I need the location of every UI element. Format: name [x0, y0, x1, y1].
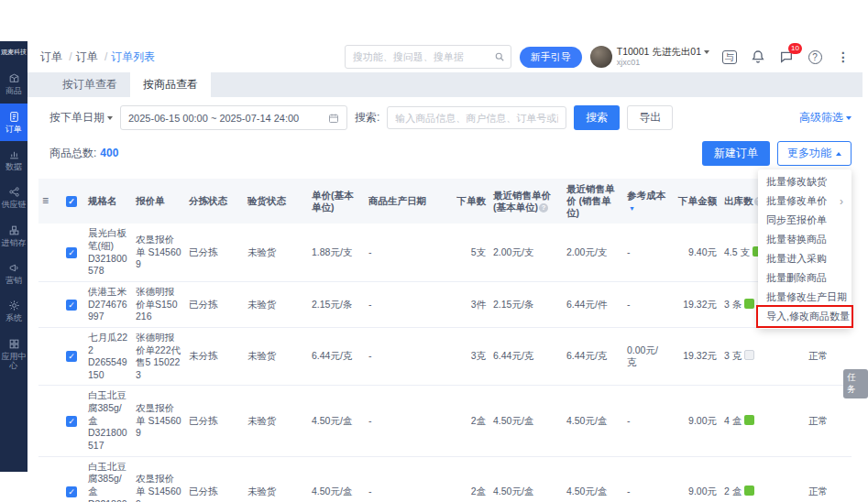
- advanced-filter-link[interactable]: 高级筛选: [799, 110, 852, 126]
- sidebar-item-marketing[interactable]: 营销: [0, 255, 27, 292]
- global-search-input[interactable]: [351, 50, 490, 63]
- sidebar-item-inventory[interactable]: 进销存: [0, 217, 27, 255]
- menu-item[interactable]: 同步至报价单: [758, 211, 852, 230]
- expand-all-header[interactable]: [38, 179, 62, 224]
- cell-prod-date: -: [365, 456, 442, 502]
- sidebar-item-label: 系统: [5, 313, 22, 322]
- cell-prod-date: -: [365, 281, 442, 327]
- cell-checkbox: [62, 327, 84, 386]
- outbound-state-icon[interactable]: [744, 350, 754, 360]
- sidebar-item-label: 进销存: [2, 238, 27, 247]
- user-menu[interactable]: T10001 先进先出01 xjxc01: [590, 46, 709, 68]
- menu-item[interactable]: 批量删除商品: [758, 268, 852, 288]
- order-document-icon: [8, 111, 20, 123]
- more-options-icon[interactable]: [835, 49, 852, 65]
- tab-by-order[interactable]: 按订单查看: [49, 72, 130, 97]
- col-ref-cost: 参考成本: [623, 179, 669, 224]
- cell-prod-date: -: [365, 224, 442, 281]
- filter-search-input[interactable]: [387, 106, 566, 129]
- gear-icon: [8, 300, 20, 311]
- row-checkbox[interactable]: [66, 247, 77, 258]
- select-all-checkbox[interactable]: [66, 196, 77, 207]
- search-button[interactable]: 搜索: [574, 105, 620, 130]
- menu-item[interactable]: 批量进入采购: [758, 249, 852, 268]
- sidebar: 观麦科技 商品 订单 数据 供应链 进销存 营销 系统: [0, 41, 27, 472]
- row-checkbox[interactable]: [66, 486, 77, 497]
- cell-sorting-status: 已分拣: [185, 281, 244, 327]
- date-type-select[interactable]: 按下单日期: [49, 110, 113, 126]
- sidebar-item-orders[interactable]: 订单: [0, 104, 27, 141]
- cell-inspect-status: 未验货: [244, 224, 308, 281]
- col-recent-base-price: 最近销售单价 (基本单位): [489, 179, 563, 224]
- more-functions-button[interactable]: 更多功能: [777, 141, 852, 166]
- inventory-boxes-icon: [8, 224, 20, 236]
- cell-checkbox: [62, 224, 84, 281]
- table-row: 白玉北豆腐385g/盒 D321800517 农垦报价单 S145609 已分拣…: [38, 456, 852, 502]
- topbar-icons: 10: [721, 49, 852, 65]
- sidebar-item-supply-chain[interactable]: 供应链: [0, 179, 27, 216]
- cell-outbound-qty: 4 盒: [720, 386, 785, 456]
- cell-sorting-status: 未分拣: [185, 327, 244, 386]
- row-checkbox[interactable]: [66, 416, 77, 427]
- expand-all-icon[interactable]: [42, 195, 49, 206]
- sidebar-item-system[interactable]: 系统: [0, 292, 27, 330]
- cell-order-qty: 3件: [442, 281, 489, 327]
- column-filter-icon[interactable]: [629, 205, 635, 212]
- product-code: D321800578: [88, 253, 128, 278]
- menu-item[interactable]: 批量修改缺货: [758, 172, 852, 191]
- date-range-picker[interactable]: 2025-06-15 00:00 ~ 2025-07-14 24:00: [120, 105, 347, 130]
- view-tabbar: 按订单查看 按商品查看: [27, 72, 863, 97]
- cell-recent-base-price: 2.00元/支: [489, 224, 563, 281]
- sidebar-item-app-center[interactable]: 应用中心: [0, 331, 27, 378]
- product-box-icon: [8, 72, 20, 84]
- cell-sorting-status: 已分拣: [185, 224, 244, 281]
- product-code: D321800517: [88, 498, 128, 502]
- table-row: 供港玉米 D274676997 张德明报价单S150216 已分拣 未验货 2.…: [38, 281, 852, 327]
- menu-item[interactable]: 批量替换商品: [758, 230, 852, 249]
- row-status: 正常: [785, 327, 852, 386]
- outbound-state-icon[interactable]: [744, 299, 754, 309]
- bar-chart-icon: [8, 148, 20, 160]
- help-icon[interactable]: [807, 49, 823, 65]
- menu-item[interactable]: 导入,修改商品数量: [758, 307, 852, 326]
- task-side-tab[interactable]: 任务: [843, 369, 868, 398]
- outbound-state-icon[interactable]: [744, 415, 754, 425]
- product-name: 供港玉米: [88, 286, 128, 299]
- breadcrumb-item[interactable]: 订单: [40, 49, 72, 65]
- col-order-amount: 下单金额: [669, 179, 720, 224]
- sidebar-item-data[interactable]: 数据: [0, 141, 27, 179]
- cell-order-qty: 2盒: [442, 456, 489, 502]
- info-icon[interactable]: [539, 203, 548, 213]
- cell-recent-base-price: 6.44元/克: [489, 327, 563, 386]
- messages-icon[interactable]: 10: [778, 49, 795, 65]
- col-unit-price: 单价(基本单位): [308, 179, 365, 224]
- menu-item[interactable]: 批量修改单价: [758, 191, 852, 211]
- customer-service-icon[interactable]: [721, 49, 738, 65]
- cell-spec: 晨光白板笔(细) D321800578: [84, 224, 132, 281]
- new-order-button[interactable]: 新建订单: [702, 141, 770, 166]
- guide-button[interactable]: 新手引导: [520, 47, 582, 68]
- cell-quote: 张德明报价单222代售5 150223: [132, 327, 185, 386]
- cell-recent-sale-price: 4.50元/盒: [563, 386, 623, 456]
- row-checkbox[interactable]: [66, 351, 77, 362]
- cell-unit-price: 4.50元/盒: [308, 386, 365, 456]
- cell-recent-base-price: 4.50元/盒: [489, 386, 563, 456]
- select-all-header[interactable]: [62, 179, 84, 224]
- product-code: D274676997: [88, 299, 128, 323]
- cell-spec: 白玉北豆腐385g/盒 D321800517: [84, 386, 132, 456]
- supply-chain-icon: [8, 186, 20, 198]
- sidebar-item-products[interactable]: 商品: [0, 65, 27, 103]
- search-icon[interactable]: [494, 51, 505, 62]
- avatar[interactable]: [590, 46, 612, 68]
- global-search[interactable]: [345, 45, 511, 69]
- export-button[interactable]: 导出: [627, 105, 673, 130]
- cell-inspect-status: 未验货: [244, 456, 308, 502]
- notification-bell-icon[interactable]: [750, 49, 766, 65]
- cell-recent-sale-price: 2.00元/支: [563, 224, 623, 281]
- outbound-state-icon[interactable]: [744, 486, 754, 496]
- tab-by-product[interactable]: 按商品查看: [130, 72, 211, 97]
- cell-checkbox: [62, 456, 84, 502]
- row-checkbox[interactable]: [66, 300, 77, 311]
- menu-item[interactable]: 批量修改生产日期: [758, 288, 852, 307]
- breadcrumb-item[interactable]: 订单: [76, 49, 108, 65]
